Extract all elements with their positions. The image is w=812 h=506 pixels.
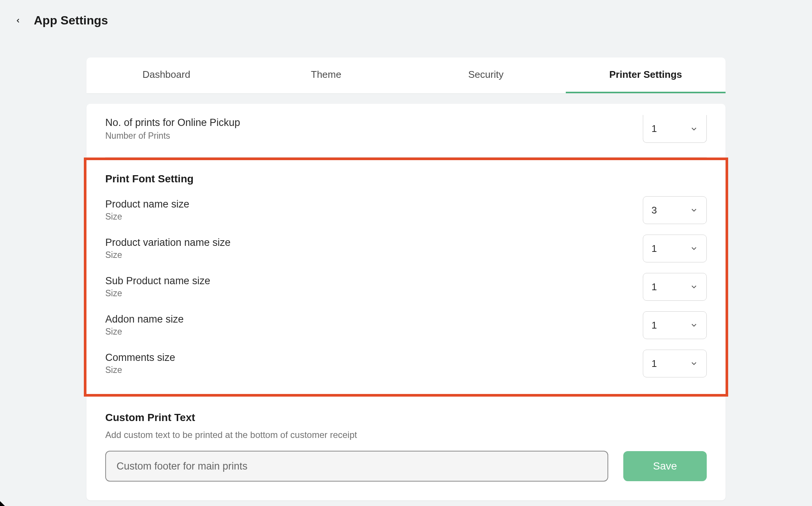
font-row-sub: Size	[105, 288, 210, 298]
font-row-title: Product variation name size	[105, 237, 230, 248]
font-row-title: Product name size	[105, 198, 189, 210]
comments-size-row: Comments size Size 1	[86, 344, 726, 383]
chevron-down-icon	[690, 283, 698, 291]
sub-product-size-row: Sub Product name size Size 1	[86, 268, 726, 306]
custom-print-sub: Add custom text to be printed at the bot…	[86, 430, 726, 448]
print-font-setting-highlight: Print Font Setting Product name size Siz…	[84, 158, 728, 397]
product-name-size-select[interactable]: 3	[643, 196, 707, 224]
tab-theme[interactable]: Theme	[246, 58, 406, 93]
font-section-title: Print Font Setting	[86, 163, 726, 191]
chevron-down-icon	[690, 321, 698, 329]
addon-name-size-select[interactable]: 1	[643, 311, 707, 339]
custom-print-title: Custom Print Text	[86, 397, 726, 430]
tab-printer-settings[interactable]: Printer Settings	[566, 58, 726, 93]
select-value: 1	[651, 358, 657, 370]
page-title: App Settings	[34, 14, 108, 27]
prints-title: No. of prints for Online Pickup	[105, 117, 240, 129]
product-variation-size-select[interactable]: 1	[643, 235, 707, 262]
select-value: 3	[651, 205, 657, 216]
custom-footer-input[interactable]	[105, 451, 608, 482]
prints-online-pickup-row: No. of prints for Online Pickup Number o…	[86, 104, 726, 150]
font-row-sub: Size	[105, 327, 184, 337]
comments-size-select[interactable]: 1	[643, 350, 707, 377]
product-variation-size-row: Product variation name size Size 1	[86, 229, 726, 268]
save-button[interactable]: Save	[623, 451, 707, 481]
chevron-left-icon	[15, 17, 21, 24]
font-row-title: Sub Product name size	[105, 275, 210, 287]
font-row-title: Addon name size	[105, 314, 184, 325]
prints-sub: Number of Prints	[105, 131, 240, 141]
tab-dashboard[interactable]: Dashboard	[86, 58, 246, 93]
product-name-size-row: Product name size Size 3	[86, 191, 726, 229]
sub-product-size-select[interactable]: 1	[643, 273, 707, 301]
chevron-down-icon	[690, 359, 698, 368]
chevron-down-icon	[690, 125, 698, 133]
prints-select[interactable]: 1	[643, 115, 707, 143]
select-value: 1	[651, 320, 657, 331]
prints-value: 1	[651, 123, 657, 135]
select-value: 1	[651, 243, 657, 255]
addon-name-size-row: Addon name size Size 1	[86, 306, 726, 344]
chevron-down-icon	[690, 244, 698, 253]
chevron-down-icon	[690, 206, 698, 214]
font-row-sub: Size	[105, 250, 230, 260]
settings-panel: No. of prints for Online Pickup Number o…	[86, 104, 726, 500]
font-row-sub: Size	[105, 365, 175, 375]
font-row-title: Comments size	[105, 352, 175, 364]
back-button[interactable]	[11, 14, 25, 27]
tabs: Dashboard Theme Security Printer Setting…	[86, 58, 726, 93]
tab-security[interactable]: Security	[406, 58, 566, 93]
corner-notch	[0, 501, 5, 506]
select-value: 1	[651, 281, 657, 293]
font-row-sub: Size	[105, 212, 189, 222]
